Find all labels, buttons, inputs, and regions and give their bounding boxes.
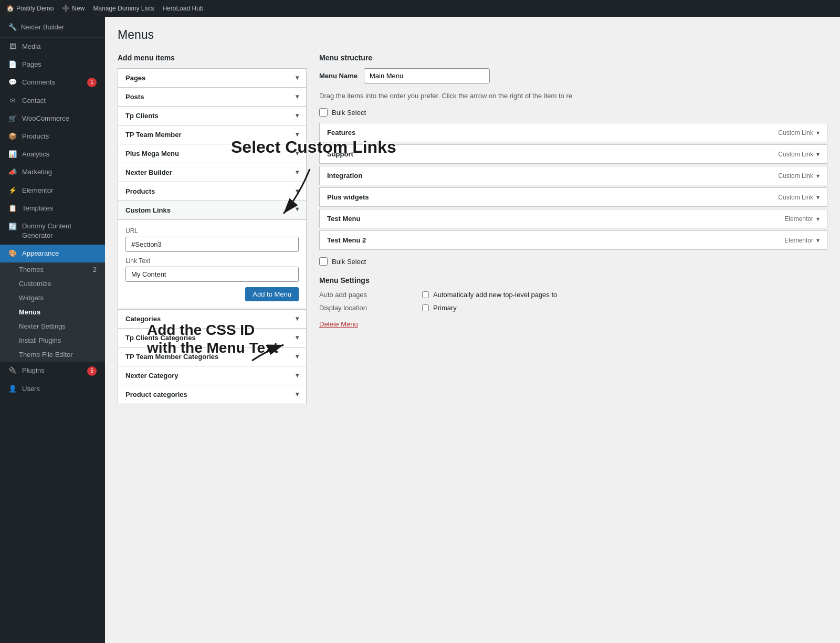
menu-items-list: Features Custom Link ▾ Support Custom Li…: [319, 123, 827, 250]
accordion-tp-team[interactable]: TP Team Member ▾: [118, 125, 307, 144]
accordion-plus-mega-menu[interactable]: Plus Mega Menu ▾: [118, 144, 307, 163]
menu-name-row: Menu Name: [319, 68, 827, 83]
accordion-custom-links[interactable]: Custom Links ▴: [118, 201, 307, 220]
accordion-posts[interactable]: Posts ▾: [118, 88, 307, 107]
dummy-icon: 🔄: [8, 223, 17, 231]
accordion-header-posts[interactable]: Posts ▾: [118, 88, 306, 106]
accordion-tp-team-categories[interactable]: TP Team Member Categories ▾: [118, 347, 307, 366]
sidebar-sub-widgets[interactable]: Widgets: [0, 291, 105, 305]
custom-links-form: URL Link Text Add to Menu: [118, 220, 307, 309]
sidebar-item-pages[interactable]: 📄 Pages: [0, 56, 105, 73]
page-title: Menus: [118, 27, 827, 43]
sidebar-item-label: Pages: [22, 60, 41, 69]
sidebar-item-templates[interactable]: 📋 Templates: [0, 199, 105, 217]
menu-item-integration[interactable]: Integration Custom Link ▾: [319, 166, 827, 185]
sidebar-item-woocommerce[interactable]: 🛒 WooCommerce: [0, 110, 105, 128]
accordion-pages[interactable]: Pages ▾: [118, 68, 307, 88]
accordion-header-pages[interactable]: Pages ▾: [118, 69, 306, 87]
accordion-header-plus-mega-menu[interactable]: Plus Mega Menu ▾: [118, 144, 306, 163]
sidebar-item-plugins[interactable]: 🔌 Plugins 5: [0, 362, 105, 380]
bulk-select-top: Bulk Select: [319, 108, 827, 117]
url-input[interactable]: [125, 237, 299, 252]
chevron-down-icon: ▾: [296, 372, 299, 379]
chevron-down-icon: ▾: [816, 129, 820, 136]
auto-add-checkbox[interactable]: [422, 291, 429, 298]
menu-item-test-menu-2[interactable]: Test Menu 2 Elementor ▾: [319, 230, 827, 250]
chevron-down-icon: ▾: [816, 172, 820, 180]
accordion-header-product-cat[interactable]: Product categories ▾: [118, 385, 306, 404]
accordion-tp-clients-categories[interactable]: Tp Clients Categories ▾: [118, 329, 307, 347]
add-to-menu-button[interactable]: Add to Menu: [245, 287, 299, 301]
sidebar-item-dummy[interactable]: 🔄 Dummy Content Generator: [0, 217, 105, 245]
sidebar-sub-menus[interactable]: Menus: [0, 305, 105, 319]
admin-bar-site[interactable]: 🏠 Postify Demo: [6, 5, 54, 12]
accordion-header-custom-links[interactable]: Custom Links ▴: [118, 201, 306, 219]
sidebar-item-appearance[interactable]: 🎨 Appearance: [0, 245, 105, 262]
menu-item-test-menu[interactable]: Test Menu Elementor ▾: [319, 209, 827, 228]
accordion-nexter-builder[interactable]: Nexter Builder ▾: [118, 163, 307, 182]
pages-icon: 📄: [8, 60, 17, 69]
sidebar-item-media[interactable]: 🖼 Media: [0, 38, 105, 56]
accordion-tp-clients[interactable]: Tp Clients ▾: [118, 107, 307, 125]
url-label: URL: [125, 227, 299, 235]
chevron-down-icon: ▾: [296, 334, 299, 341]
accordion-header-tp-team[interactable]: TP Team Member ▾: [118, 125, 306, 144]
sidebar-item-analytics[interactable]: 📊 Analytics: [0, 145, 105, 163]
link-text-input[interactable]: [125, 267, 299, 282]
accordion-nexter-category[interactable]: Nexter Category ▾: [118, 366, 307, 385]
primary-checkbox[interactable]: [422, 304, 429, 311]
menu-item-support[interactable]: Support Custom Link ▾: [319, 144, 827, 164]
sidebar-brand[interactable]: 🔧 Nexter Builder: [0, 17, 105, 38]
sidebar-item-products[interactable]: 📦 Products: [0, 128, 105, 145]
delete-menu-link[interactable]: Delete Menu: [319, 320, 358, 328]
accordion-categories[interactable]: Categories ▾: [118, 309, 307, 329]
accordion-products[interactable]: Products ▾: [118, 182, 307, 201]
accordion-header-products[interactable]: Products ▾: [118, 182, 306, 201]
chevron-down-icon: ▾: [296, 168, 299, 176]
accordion-header-nexter-builder[interactable]: Nexter Builder ▾: [118, 163, 306, 182]
admin-bar-dummy[interactable]: Manage Dummy Lists: [93, 5, 154, 12]
accordion-header-tp-clients[interactable]: Tp Clients ▾: [118, 107, 306, 125]
sidebar-item-users[interactable]: 👤 Users: [0, 380, 105, 398]
bulk-select-checkbox-bottom[interactable]: [319, 257, 328, 266]
menu-item-plus-widgets[interactable]: Plus widgets Custom Link ▾: [319, 187, 827, 207]
admin-bar-new[interactable]: ➕ New: [62, 5, 85, 12]
chevron-down-icon: ▾: [296, 74, 299, 81]
chevron-down-icon: ▾: [816, 215, 820, 223]
sidebar-item-contact[interactable]: ✉ Contact: [0, 92, 105, 110]
marketing-icon: 📣: [8, 168, 17, 176]
accordion-product-categories[interactable]: Product categories ▾: [118, 385, 307, 404]
sidebar-item-marketing[interactable]: 📣 Marketing: [0, 163, 105, 181]
menu-item-features[interactable]: Features Custom Link ▾: [319, 123, 827, 142]
sidebar-sub-customize[interactable]: Customize: [0, 277, 105, 291]
auto-add-pages-row: Auto add pages Automatically add new top…: [319, 291, 827, 299]
sidebar-sub-themes[interactable]: Themes 2: [0, 262, 105, 277]
accordion-header-nexter-cat[interactable]: Nexter Category ▾: [118, 366, 306, 385]
brand-icon: 🔧: [8, 23, 17, 31]
sidebar-item-label: Templates: [22, 204, 53, 213]
sidebar-sub-install-plugins[interactable]: Install Plugins: [0, 333, 105, 347]
sidebar-sub-theme-file-editor[interactable]: Theme File Editor: [0, 347, 105, 362]
bulk-select-label-bottom: Bulk Select: [332, 258, 366, 266]
sidebar-sub-nexter-settings[interactable]: Nexter Settings: [0, 319, 105, 333]
menu-name-input[interactable]: [364, 68, 490, 83]
chevron-down-icon: ▾: [296, 150, 299, 157]
bulk-select-label-top: Bulk Select: [332, 109, 366, 117]
admin-bar-heroload[interactable]: HeroLoad Hub: [162, 5, 203, 12]
accordion-header-tp-clients-cat[interactable]: Tp Clients Categories ▾: [118, 329, 306, 347]
auto-add-value: Automatically add new top-level pages to: [433, 291, 557, 299]
contact-icon: ✉: [8, 97, 17, 105]
sidebar-item-comments[interactable]: 💬 Comments 1: [0, 73, 105, 91]
brand-label: Nexter Builder: [21, 23, 64, 31]
sidebar-item-label: Analytics: [22, 150, 49, 159]
display-location-label: Display location: [319, 304, 414, 312]
chevron-down-icon: ▾: [816, 194, 820, 201]
accordion-header-categories[interactable]: Categories ▾: [118, 310, 306, 328]
bulk-select-checkbox-top[interactable]: [319, 108, 328, 117]
menu-help-text: Drag the items into the order you prefer…: [319, 91, 827, 101]
sidebar-item-label: Users: [22, 384, 40, 394]
chevron-down-icon: ▾: [296, 112, 299, 119]
accordion-header-tp-team-cat[interactable]: TP Team Member Categories ▾: [118, 347, 306, 366]
products-icon: 📦: [8, 132, 17, 141]
sidebar-item-elementor[interactable]: ⚡ Elementor: [0, 182, 105, 199]
